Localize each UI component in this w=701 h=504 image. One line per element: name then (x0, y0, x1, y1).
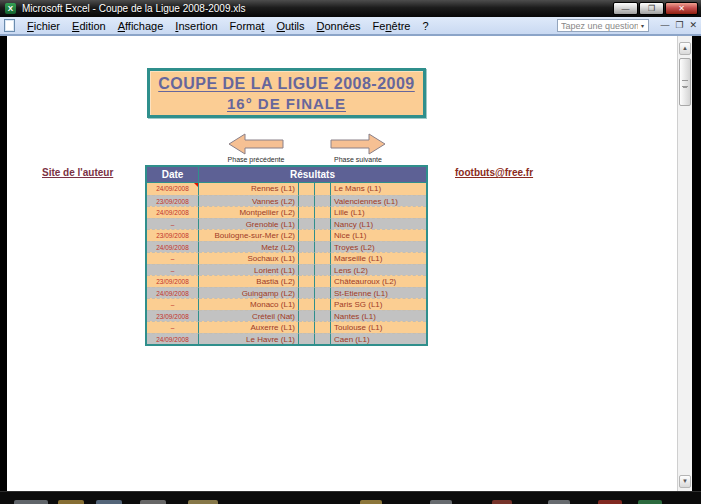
away-team-cell[interactable]: Nice (L1) (331, 229, 426, 241)
score-cell[interactable] (299, 275, 315, 287)
away-team-cell[interactable]: Le Mans (L1) (331, 183, 426, 195)
home-team-cell[interactable]: Lorient (L1) (199, 264, 299, 276)
date-cell[interactable]: – (147, 252, 199, 264)
date-cell[interactable]: 23/09/2008 (147, 229, 199, 241)
score-cell[interactable] (299, 333, 315, 345)
score-cell[interactable] (299, 183, 315, 195)
score-cell[interactable] (315, 252, 331, 264)
menu-insertion[interactable]: Insertion (169, 19, 223, 33)
vertical-scrollbar[interactable]: ▲ ▼ (677, 36, 692, 491)
email-link[interactable]: footbuts@free.fr (455, 167, 533, 178)
menu-?[interactable]: ? (417, 19, 435, 33)
author-site-link[interactable]: Site de l'auteur (42, 167, 113, 178)
menu-edition[interactable]: Edition (66, 19, 112, 33)
scroll-down-icon[interactable]: ▼ (679, 475, 691, 488)
score-cell[interactable] (315, 298, 331, 310)
away-team-cell[interactable]: Paris SG (L1) (331, 298, 426, 310)
score-cell[interactable] (315, 241, 331, 253)
home-team-cell[interactable]: Créteil (Nat) (199, 310, 299, 322)
home-team-cell[interactable]: Vannes (L2) (199, 195, 299, 207)
window-controls: — ❐ ✕ (613, 2, 698, 15)
home-team-cell[interactable]: Montpellier (L2) (199, 206, 299, 218)
menu-affichage[interactable]: Affichage (112, 19, 170, 33)
score-cell[interactable] (315, 218, 331, 230)
away-team-cell[interactable]: Lens (L2) (331, 264, 426, 276)
date-cell[interactable]: – (147, 218, 199, 230)
close-icon[interactable]: ✕ (665, 2, 698, 15)
home-team-cell[interactable]: Grenoble (L1) (199, 218, 299, 230)
score-cell[interactable] (299, 252, 315, 264)
restore-icon[interactable]: ❐ (639, 2, 664, 15)
score-cell[interactable] (299, 310, 315, 322)
home-team-cell[interactable]: Le Havre (L1) (199, 333, 299, 345)
title-bar: Microsoft Excel - Coupe de la Ligue 2008… (0, 0, 701, 17)
score-cell[interactable] (315, 229, 331, 241)
date-cell[interactable]: 23/09/2008 (147, 310, 199, 322)
menu-fentre[interactable]: Fenêtre (367, 19, 417, 33)
score-cell[interactable] (315, 321, 331, 333)
home-team-cell[interactable]: Bastia (L2) (199, 275, 299, 287)
score-cell[interactable] (299, 218, 315, 230)
home-team-cell[interactable]: Boulogne-sur-Mer (L2) (199, 229, 299, 241)
date-cell[interactable]: 24/09/2008 (147, 206, 199, 218)
date-cell[interactable]: 24/09/2008 (147, 183, 199, 195)
away-team-cell[interactable]: Troyes (L2) (331, 241, 426, 253)
away-team-cell[interactable]: Nancy (L1) (331, 218, 426, 230)
score-cell[interactable] (315, 275, 331, 287)
score-cell[interactable] (299, 206, 315, 218)
away-team-cell[interactable]: Châteauroux (L2) (331, 275, 426, 287)
date-cell[interactable]: 23/09/2008 (147, 275, 199, 287)
score-cell[interactable] (315, 333, 331, 345)
score-cell[interactable] (315, 310, 331, 322)
away-team-cell[interactable]: Lille (L1) (331, 206, 426, 218)
table-row: –Lorient (L1)Lens (L2) (147, 264, 426, 276)
score-cell[interactable] (299, 287, 315, 299)
date-cell[interactable]: 23/09/2008 (147, 195, 199, 207)
score-cell[interactable] (299, 229, 315, 241)
title-banner: COUPE DE LA LIGUE 2008-2009 16° DE FINAL… (147, 68, 426, 118)
home-team-cell[interactable]: Monaco (L1) (199, 298, 299, 310)
minimize-icon[interactable]: — (613, 2, 638, 15)
score-cell[interactable] (315, 264, 331, 276)
table-row: 23/09/2008Bastia (L2)Châteauroux (L2) (147, 275, 426, 287)
home-team-cell[interactable]: Auxerre (L1) (199, 321, 299, 333)
home-team-cell[interactable]: Guingamp (L2) (199, 287, 299, 299)
score-cell[interactable] (299, 195, 315, 207)
score-cell[interactable] (315, 195, 331, 207)
away-team-cell[interactable]: Valenciennes (L1) (331, 195, 426, 207)
date-cell[interactable]: 24/09/2008 (147, 287, 199, 299)
away-team-cell[interactable]: Toulouse (L1) (331, 321, 426, 333)
away-team-cell[interactable]: St-Etienne (L1) (331, 287, 426, 299)
away-team-cell[interactable]: Marseille (L1) (331, 252, 426, 264)
menu-fichier[interactable]: Fichier (21, 19, 66, 33)
menu-outils[interactable]: Outils (270, 19, 310, 33)
score-cell[interactable] (299, 321, 315, 333)
score-cell[interactable] (299, 298, 315, 310)
score-cell[interactable] (315, 287, 331, 299)
menu-format[interactable]: Format (224, 19, 271, 33)
away-team-cell[interactable]: Nantes (L1) (331, 310, 426, 322)
date-cell[interactable]: – (147, 321, 199, 333)
scrollbar-thumb[interactable] (679, 58, 691, 106)
worksheet: COUPE DE LA LIGUE 2008-2009 16° DE FINAL… (7, 36, 677, 491)
workbook-close-icon[interactable]: ✕ (689, 19, 697, 32)
home-team-cell[interactable]: Sochaux (L1) (199, 252, 299, 264)
question-dropdown-icon[interactable]: ▾ (641, 22, 644, 29)
question-input[interactable] (557, 19, 649, 32)
score-cell[interactable] (299, 241, 315, 253)
score-cell[interactable] (315, 206, 331, 218)
menu-donnes[interactable]: Données (311, 19, 367, 33)
scroll-up-icon[interactable]: ▲ (679, 42, 691, 55)
date-cell[interactable]: – (147, 264, 199, 276)
away-team-cell[interactable]: Caen (L1) (331, 333, 426, 345)
home-team-cell[interactable]: Rennes (L1) (199, 183, 299, 195)
workbook-minimize-icon[interactable]: — (660, 19, 669, 32)
score-cell[interactable] (315, 183, 331, 195)
window-title: Microsoft Excel - Coupe de la Ligue 2008… (22, 3, 245, 14)
workbook-restore-icon[interactable]: ❐ (675, 19, 683, 32)
date-cell[interactable]: 24/09/2008 (147, 333, 199, 345)
date-cell[interactable]: – (147, 298, 199, 310)
date-cell[interactable]: 24/09/2008 (147, 241, 199, 253)
home-team-cell[interactable]: Metz (L2) (199, 241, 299, 253)
score-cell[interactable] (299, 264, 315, 276)
